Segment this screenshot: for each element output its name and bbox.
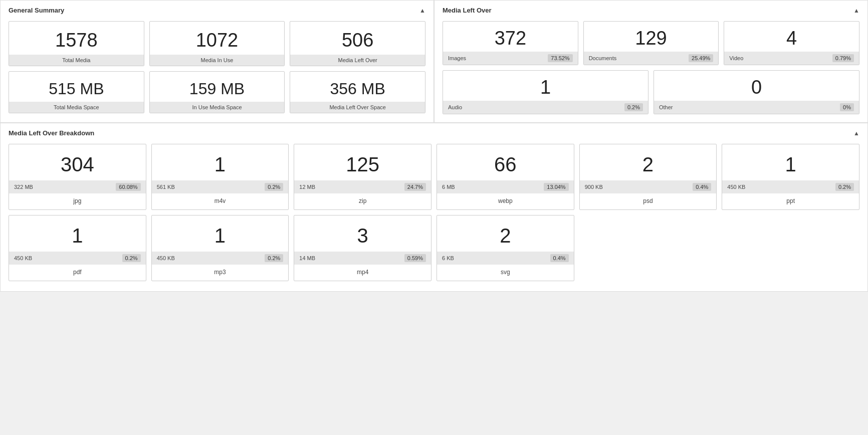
breakdown-m4v: 1 561 KB 0.2% m4v	[151, 144, 289, 210]
breakdown-svg-bar: 6 KB 0.4%	[437, 252, 574, 265]
breakdown-pdf-bar: 450 KB 0.2%	[9, 252, 146, 265]
leftover-video-value: 4	[781, 22, 802, 52]
media-leftover-row2: 1 Audio 0.2% 0 Other 0%	[443, 70, 859, 114]
breakdown-mp4-bar: 14 MB 0.59%	[294, 252, 431, 265]
leftover-video-label: Video	[729, 55, 743, 61]
breakdown-psd-size: 900 KB	[585, 184, 603, 190]
breakdown-svg-pct: 0.4%	[550, 254, 569, 262]
breakdown-panel: Media Left Over Breakdown ▲ 304 322 MB 6…	[0, 123, 868, 292]
breakdown-arrow[interactable]: ▲	[853, 130, 859, 137]
breakdown-mp4-size: 14 MB	[299, 255, 315, 261]
breakdown-jpg-type: jpg	[71, 193, 83, 209]
leftover-video: 4 Video 0.79%	[724, 21, 859, 65]
breakdown-m4v-bar: 561 KB 0.2%	[152, 180, 289, 193]
breakdown-m4v-size: 561 KB	[157, 184, 175, 190]
general-summary-panel: General Summary ▲ 1578 Total Media 1072 …	[0, 0, 434, 123]
breakdown-psd: 2 900 KB 0.4% psd	[579, 144, 717, 210]
leftover-audio: 1 Audio 0.2%	[443, 70, 648, 114]
breakdown-ppt-bar: 450 KB 0.2%	[722, 180, 859, 193]
breakdown-mp3-size: 450 KB	[157, 255, 175, 261]
breakdown-zip-bar: 12 MB 24.7%	[294, 180, 431, 193]
general-summary-title: General Summary	[9, 7, 64, 14]
leftover-images-value: 372	[490, 22, 531, 52]
breakdown-m4v-type: m4v	[212, 193, 228, 209]
breakdown-zip-type: zip	[357, 193, 368, 209]
breakdown-jpg-count: 304	[56, 144, 99, 180]
breakdown-mp3-pct: 0.2%	[265, 254, 283, 262]
stat-label-leftover-space: Media Left Over Space	[290, 102, 425, 113]
breakdown-m4v-count: 1	[209, 144, 231, 180]
breakdown-mp3-type: mp3	[212, 265, 228, 281]
general-summary-row2: 515 MB Total Media Space 159 MB In Use M…	[9, 71, 425, 113]
leftover-images-pct: 73.52%	[548, 54, 572, 62]
breakdown-pdf-type: pdf	[71, 265, 84, 281]
breakdown-empty-2	[722, 215, 859, 281]
breakdown-psd-pct: 0.4%	[693, 183, 711, 191]
breakdown-webp-pct: 13.04%	[544, 183, 568, 191]
top-row: General Summary ▲ 1578 Total Media 1072 …	[0, 0, 868, 123]
breakdown-row1: 304 322 MB 60.08% jpg 1 561 KB 0.2% m4v …	[9, 144, 859, 210]
breakdown-jpg: 304 322 MB 60.08% jpg	[9, 144, 146, 210]
breakdown-zip: 125 12 MB 24.7% zip	[294, 144, 431, 210]
breakdown-mp4-type: mp4	[355, 265, 370, 281]
breakdown-mp3: 1 450 KB 0.2% mp3	[151, 215, 289, 281]
breakdown-svg-size: 6 KB	[442, 255, 454, 261]
leftover-other-bar: Other 0%	[654, 101, 859, 114]
breakdown-psd-bar: 900 KB 0.4%	[580, 180, 717, 193]
general-summary-row1: 1578 Total Media 1072 Media In Use 506 M…	[9, 21, 425, 66]
breakdown-jpg-bar: 322 MB 60.08%	[9, 180, 146, 193]
breakdown-ppt-type: ppt	[784, 193, 797, 209]
stat-card-in-use-space: 159 MB In Use Media Space	[149, 71, 285, 113]
stat-value-media-in-use: 1072	[191, 22, 244, 55]
leftover-audio-pct: 0.2%	[624, 103, 643, 111]
breakdown-webp-count: 66	[489, 144, 522, 180]
breakdown-jpg-size: 322 MB	[14, 184, 33, 190]
stat-card-media-left-over: 506 Media Left Over	[290, 21, 425, 66]
general-summary-arrow[interactable]: ▲	[419, 7, 425, 14]
leftover-audio-value: 1	[535, 71, 556, 101]
stat-value-leftover-space: 356 MB	[325, 72, 390, 102]
breakdown-ppt-size: 450 KB	[727, 184, 745, 190]
general-summary-header: General Summary ▲	[9, 7, 425, 14]
stat-card-total-media: 1578 Total Media	[9, 21, 144, 66]
breakdown-ppt-pct: 0.2%	[835, 183, 854, 191]
breakdown-svg: 2 6 KB 0.4% svg	[437, 215, 574, 281]
breakdown-jpg-pct: 60.08%	[116, 183, 140, 191]
breakdown-mp4-pct: 0.59%	[404, 254, 426, 262]
breakdown-svg-count: 2	[495, 215, 516, 252]
breakdown-pdf: 1 450 KB 0.2% pdf	[9, 215, 146, 281]
media-leftover-title: Media Left Over	[443, 7, 492, 14]
leftover-other-value: 0	[746, 71, 767, 101]
breakdown-psd-count: 2	[637, 144, 659, 180]
stat-value-total-media: 1578	[50, 22, 103, 55]
media-leftover-panel: Media Left Over ▲ 372 Images 73.52% 129 …	[434, 0, 868, 123]
leftover-documents-value: 129	[630, 22, 672, 52]
stat-label-total-media: Total Media	[9, 55, 144, 66]
breakdown-mp3-count: 1	[209, 215, 231, 252]
breakdown-webp-bar: 6 MB 13.04%	[437, 180, 574, 193]
breakdown-ppt: 1 450 KB 0.2% ppt	[722, 144, 859, 210]
breakdown-pdf-count: 1	[67, 215, 88, 252]
leftover-video-bar: Video 0.79%	[724, 52, 859, 65]
breakdown-pdf-size: 450 KB	[14, 255, 32, 261]
stat-label-media-in-use: Media In Use	[150, 55, 285, 66]
breakdown-row2: 1 450 KB 0.2% pdf 1 450 KB 0.2% mp3 3 14…	[9, 215, 859, 281]
stat-label-media-left-over: Media Left Over	[290, 55, 425, 66]
media-leftover-row1: 372 Images 73.52% 129 Documents 25.49% 4	[443, 21, 859, 65]
leftover-documents-label: Documents	[589, 55, 617, 61]
breakdown-webp-size: 6 MB	[442, 184, 455, 190]
media-leftover-header: Media Left Over ▲	[443, 7, 859, 14]
stat-card-total-space: 515 MB Total Media Space	[9, 71, 144, 113]
breakdown-zip-count: 125	[341, 144, 384, 180]
media-leftover-arrow[interactable]: ▲	[853, 7, 859, 14]
breakdown-mp4-count: 3	[352, 215, 373, 252]
leftover-other: 0 Other 0%	[654, 70, 859, 114]
leftover-images-label: Images	[448, 55, 466, 61]
breakdown-header: Media Left Over Breakdown ▲	[9, 129, 859, 137]
leftover-audio-bar: Audio 0.2%	[443, 101, 648, 114]
breakdown-zip-pct: 24.7%	[404, 183, 426, 191]
breakdown-mp3-bar: 450 KB 0.2%	[152, 252, 289, 265]
stat-value-in-use-space: 159 MB	[184, 72, 250, 102]
leftover-documents-bar: Documents 25.49%	[584, 52, 719, 65]
leftover-other-pct: 0%	[840, 103, 854, 111]
